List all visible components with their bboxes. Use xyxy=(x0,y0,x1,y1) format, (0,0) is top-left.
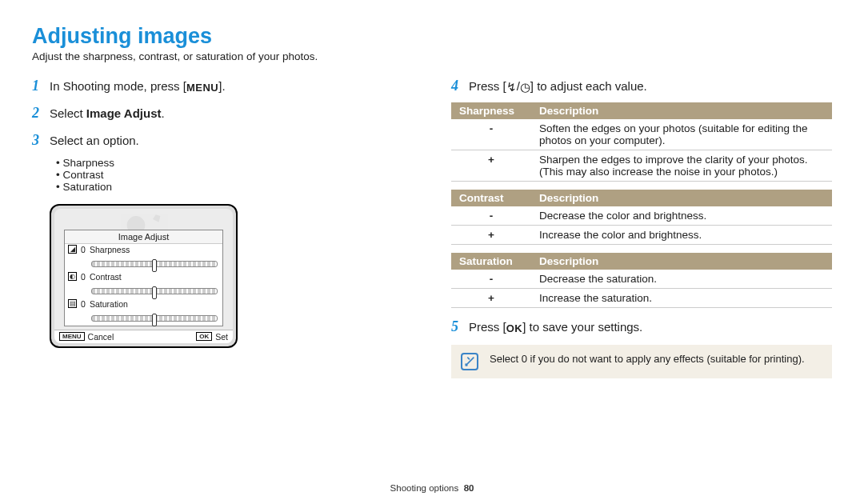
menu-button-label: MENU xyxy=(186,80,218,96)
label: In Shooting mode, press [ xyxy=(50,79,186,93)
table-header: Description xyxy=(531,253,832,270)
cell-key: - xyxy=(451,206,531,226)
table-header: Sharpness xyxy=(451,102,531,119)
step-5: 5 Press [OK] to save your settings. xyxy=(451,316,832,338)
footer-section: Shooting options xyxy=(390,483,459,493)
label: . xyxy=(162,106,165,120)
cell-key: + xyxy=(451,225,531,244)
label: ] to save your settings. xyxy=(522,320,642,334)
option-bullet-list: Sharpness Contrast Saturation xyxy=(32,157,413,193)
timer-icon: ◷ xyxy=(520,80,530,94)
list-item: Contrast xyxy=(56,169,413,181)
slider-value: 0 xyxy=(79,245,87,254)
flash-icon: ↯ xyxy=(506,80,517,94)
lcd-row-sharpness: ◢ 0 Sharpness xyxy=(65,244,222,255)
cell-desc: Increase the saturation. xyxy=(531,288,832,307)
saturation-table: Saturation Description - Decrease the sa… xyxy=(451,253,832,308)
slider-label: Saturation xyxy=(90,299,219,309)
table-row: + Increase the color and brightness. xyxy=(451,225,832,244)
step-number: 1 xyxy=(32,75,50,98)
label: Select xyxy=(50,106,86,120)
list-item: Saturation xyxy=(56,181,413,193)
cell-desc: Increase the color and brightness. xyxy=(531,225,832,244)
step-text: Press [OK] to save your settings. xyxy=(469,318,832,337)
slider-value: 0 xyxy=(79,272,87,282)
emphasis: Image Adjust xyxy=(86,106,162,120)
step-text: Select Image Adjust. xyxy=(50,104,413,122)
step-text: In Shooting mode, press [MENU]. xyxy=(50,77,413,96)
sharpness-slider xyxy=(91,261,218,267)
cell-desc: Decrease the saturation. xyxy=(531,270,832,289)
step-number: 2 xyxy=(32,102,50,125)
step-text: Press [↯/◷] to adjust each value. xyxy=(469,77,832,96)
label: Press [ xyxy=(469,320,506,334)
contrast-slider xyxy=(91,288,218,294)
cell-key: - xyxy=(451,270,531,289)
lcd-screenshot: Image Adjust ◢ 0 Sharpness ◐ 0 Contrast xyxy=(50,204,238,348)
contrast-table: Contrast Description - Decrease the colo… xyxy=(451,190,832,245)
note-box: Select 0 if you do not want to apply any… xyxy=(451,345,832,378)
table-header: Description xyxy=(531,102,832,119)
table-row: - Decrease the saturation. xyxy=(451,270,832,289)
left-column: 1 In Shooting mode, press [MENU]. 2 Sele… xyxy=(32,75,413,378)
page-footer: Shooting options 80 xyxy=(0,483,864,493)
step-text: Select an option. xyxy=(50,131,413,150)
slider-label: Contrast xyxy=(90,272,219,282)
cell-desc: Soften the edges on your photos (suitabl… xyxy=(531,119,832,150)
step-4: 4 Press [↯/◷] to adjust each value. xyxy=(451,75,832,98)
cell-key: + xyxy=(451,288,531,307)
table-row: + Increase the saturation. xyxy=(451,288,832,307)
cell-desc: Sharpen the edges to improve the clarity… xyxy=(531,150,832,181)
table-header: Saturation xyxy=(451,253,531,270)
cell-desc: Decrease the color and brightness. xyxy=(531,206,832,226)
contrast-icon: ◐ xyxy=(68,272,77,281)
lcd-popup: Image Adjust ◢ 0 Sharpness ◐ 0 Contrast xyxy=(64,230,223,326)
label: Press [ xyxy=(469,79,506,93)
ok-button-label: OK xyxy=(506,321,523,337)
footer-page-number: 80 xyxy=(464,483,474,493)
table-row: + Sharpen the edges to improve the clari… xyxy=(451,150,832,181)
sharpness-table: Sharpness Description - Soften the edges… xyxy=(451,102,832,182)
step-number: 5 xyxy=(451,316,469,338)
cell-key: - xyxy=(451,119,531,150)
list-item: Sharpness xyxy=(56,157,413,169)
sharpness-icon: ◢ xyxy=(68,245,77,254)
label: ] to adjust each value. xyxy=(530,79,647,93)
saturation-icon: ▤ xyxy=(68,299,77,308)
table-row: - Soften the edges on your photos (suita… xyxy=(451,119,832,150)
lcd-popup-title: Image Adjust xyxy=(65,230,222,244)
note-icon xyxy=(461,353,478,370)
note-text: Select 0 if you do not want to apply any… xyxy=(490,353,805,365)
slider-label: Sharpness xyxy=(90,245,219,254)
label: ]. xyxy=(218,79,225,93)
lcd-row-contrast: ◐ 0 Contrast xyxy=(65,271,222,282)
right-column: 4 Press [↯/◷] to adjust each value. Shar… xyxy=(451,75,832,378)
step-3: 3 Select an option. xyxy=(32,130,413,152)
table-row: - Decrease the color and brightness. xyxy=(451,206,832,226)
slider-value: 0 xyxy=(79,299,87,309)
saturation-slider xyxy=(91,315,218,322)
cell-key: + xyxy=(451,150,531,181)
step-2: 2 Select Image Adjust. xyxy=(32,102,413,125)
step-1: 1 In Shooting mode, press [MENU]. xyxy=(32,75,413,98)
table-header: Contrast xyxy=(451,190,531,206)
page-title: Adjusting images xyxy=(32,24,832,49)
step-number: 4 xyxy=(451,75,469,98)
step-number: 3 xyxy=(32,130,50,152)
page-subtitle: Adjust the sharpness, contrast, or satur… xyxy=(32,50,832,62)
lcd-row-saturation: ▤ 0 Saturation xyxy=(65,298,222,310)
table-header: Description xyxy=(531,190,832,206)
